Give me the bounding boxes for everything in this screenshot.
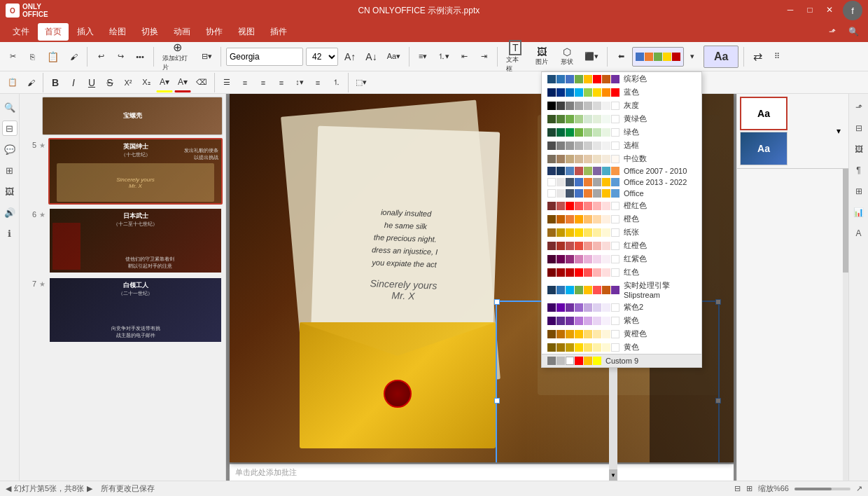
swatch[interactable] xyxy=(602,102,610,110)
swatch[interactable] xyxy=(575,102,583,110)
left-icon-table[interactable]: ⊞ xyxy=(2,163,18,178)
swatch[interactable] xyxy=(566,330,574,338)
grid-button[interactable]: ⠿ xyxy=(769,47,785,67)
swatch[interactable] xyxy=(566,178,574,186)
swatch[interactable] xyxy=(602,128,610,137)
align-right-btn[interactable]: ≡ xyxy=(255,73,272,92)
swatch[interactable] xyxy=(611,75,620,83)
slide-item-6[interactable]: 6 ★ 日本武士 （十二至十七世纪） 使他们的守卫紧靠着剑 鞘以引起对手的注意 xyxy=(22,207,223,274)
swatch[interactable] xyxy=(575,75,583,83)
handle-ml[interactable] xyxy=(494,398,500,404)
underline-button[interactable]: U xyxy=(83,73,100,92)
swatch[interactable] xyxy=(556,167,565,175)
format-copy-button[interactable]: 🖌 xyxy=(65,47,82,67)
palette-row-3[interactable]: 黄绿色 xyxy=(542,112,701,125)
swatch[interactable] xyxy=(575,215,583,223)
swatch[interactable] xyxy=(602,178,610,186)
left-icon-slides[interactable]: ⊟ xyxy=(2,120,18,136)
italic-button[interactable]: I xyxy=(65,73,82,92)
palette-row-20[interactable]: 黄色 xyxy=(542,340,701,354)
swatch[interactable] xyxy=(556,317,565,325)
slide-item-7[interactable]: 7 ★ 白领工人 （二十一世纪） 向竞争对手发送带有挑 战主题的电子邮件 xyxy=(22,277,223,343)
swatch[interactable] xyxy=(547,115,556,123)
palette-row-14[interactable]: 红紫色 xyxy=(542,252,701,266)
swatch[interactable] xyxy=(547,242,556,250)
footer-swatch-1[interactable] xyxy=(547,357,556,365)
nav-prev-button[interactable]: ◀ xyxy=(6,484,11,493)
color-dropdown-button[interactable]: ▾ xyxy=(684,47,701,67)
swatch[interactable] xyxy=(566,343,574,352)
palette-row-9[interactable]: Office xyxy=(542,188,701,199)
swatch[interactable] xyxy=(593,202,601,210)
palette-row-12[interactable]: 纸张 xyxy=(542,226,701,239)
swatch[interactable] xyxy=(556,115,565,123)
swatch[interactable] xyxy=(611,330,620,338)
line-spacing-btn[interactable]: ↕▾ xyxy=(291,73,308,92)
justify-btn[interactable]: ≡ xyxy=(273,73,290,92)
swatch[interactable] xyxy=(547,268,556,277)
swatch[interactable] xyxy=(556,142,565,150)
swatch[interactable] xyxy=(556,202,565,210)
paste-btn2[interactable]: 📋 xyxy=(4,73,21,92)
swatch[interactable] xyxy=(593,102,601,110)
swatch[interactable] xyxy=(584,142,592,150)
swatch[interactable] xyxy=(566,303,574,312)
swatch[interactable] xyxy=(575,88,583,97)
swatch[interactable] xyxy=(602,202,610,210)
swatch[interactable] xyxy=(584,268,592,277)
swatch[interactable] xyxy=(584,115,592,123)
format-copy-btn2[interactable]: 🖌 xyxy=(22,73,39,92)
right-icon-chart[interactable]: 📊 xyxy=(851,205,867,220)
swatch[interactable] xyxy=(611,202,620,210)
palette-row-5[interactable]: 选框 xyxy=(542,139,701,152)
swatch[interactable] xyxy=(593,228,601,237)
maximize-button[interactable]: □ xyxy=(801,1,819,19)
view-fit-button[interactable]: ⊞ xyxy=(746,484,752,493)
image-button[interactable]: 🖼 图片 xyxy=(531,47,553,67)
palette-footer[interactable]: Custom 9 xyxy=(542,354,701,367)
swatch[interactable] xyxy=(611,88,620,97)
slide-item-4[interactable]: 宝螺壳 xyxy=(22,97,223,135)
swatch[interactable] xyxy=(547,343,556,352)
swatch[interactable] xyxy=(556,330,565,338)
footer-swatch-2[interactable] xyxy=(556,357,565,365)
swatch[interactable] xyxy=(584,88,592,97)
swatch[interactable] xyxy=(556,268,565,277)
swatch[interactable] xyxy=(593,215,601,223)
layout-button[interactable]: ⊟▾ xyxy=(198,47,216,67)
redo-button[interactable]: ↪ xyxy=(112,47,129,67)
swatch[interactable] xyxy=(556,128,565,137)
swatch[interactable] xyxy=(547,317,556,325)
swatch[interactable] xyxy=(547,303,556,312)
swatch[interactable] xyxy=(584,343,592,352)
increase-font-button[interactable]: A↑ xyxy=(341,47,359,67)
swatch[interactable] xyxy=(602,75,610,83)
right-icon-text-art[interactable]: A xyxy=(851,226,867,241)
swatch[interactable] xyxy=(566,167,574,175)
swatch[interactable] xyxy=(556,228,565,237)
swatch[interactable] xyxy=(566,155,574,163)
swatch[interactable] xyxy=(575,115,583,123)
swatch[interactable] xyxy=(602,167,610,175)
swatch[interactable] xyxy=(556,255,565,263)
swatch[interactable] xyxy=(584,228,592,237)
theme-expand-button[interactable]: ▾ xyxy=(830,126,847,136)
swatch[interactable] xyxy=(602,286,610,294)
right-icon-table-mgr[interactable]: ⊞ xyxy=(851,184,867,199)
swatch[interactable] xyxy=(566,317,574,325)
swatch[interactable] xyxy=(584,255,592,263)
swatch[interactable] xyxy=(575,202,583,210)
swatch[interactable] xyxy=(547,142,556,150)
swatch[interactable] xyxy=(556,215,565,223)
swatch[interactable] xyxy=(556,242,565,250)
bullet-list-button[interactable]: ≡▾ xyxy=(414,47,431,67)
swatch[interactable] xyxy=(566,115,574,123)
palette-row-2[interactable]: 灰度 xyxy=(542,99,701,112)
theme-1[interactable]: Aa xyxy=(740,132,788,165)
swatch[interactable] xyxy=(566,228,574,237)
swatch[interactable] xyxy=(611,102,620,110)
swatch[interactable] xyxy=(556,102,565,110)
footer-swatch-5[interactable] xyxy=(584,357,592,365)
swatch[interactable] xyxy=(584,178,592,186)
external-link-icon[interactable]: ↗ xyxy=(856,484,862,493)
